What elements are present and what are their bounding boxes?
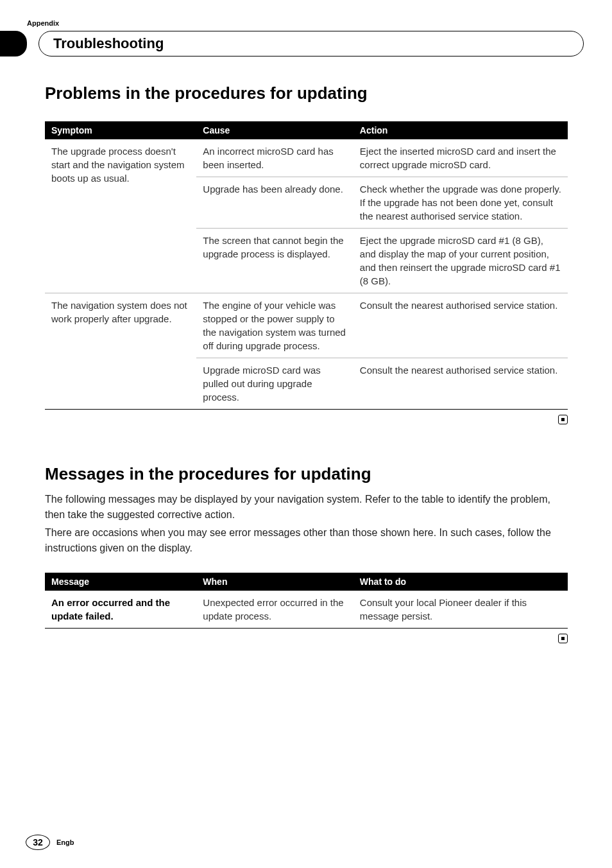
page-number: 32: [26, 835, 50, 850]
th-what: What to do: [353, 573, 568, 591]
end-marker-icon: [558, 634, 568, 643]
end-marker-icon: [558, 415, 568, 424]
section1-heading: Problems in the procedures for updating: [45, 83, 568, 103]
table-row: An error occurred and the update failed.…: [45, 591, 568, 629]
messages-table: Message When What to do An error occurre…: [45, 573, 568, 629]
cell-cause: The engine of your vehicle was stopped o…: [196, 293, 353, 358]
cell-action: Eject the inserted microSD card and inse…: [353, 139, 568, 177]
cell-symptom: The upgrade process doesn't start and th…: [45, 139, 196, 293]
main-content: Problems in the procedures for updating …: [45, 83, 568, 643]
th-message: Message: [45, 573, 196, 591]
appendix-label: Appendix: [27, 19, 59, 27]
title-bar: Troubleshooting: [0, 31, 612, 56]
title-pill: Troubleshooting: [38, 31, 584, 56]
section2-intro2: There are occasions when you may see err…: [45, 525, 568, 556]
cell-action: Consult the nearest authorised service s…: [353, 293, 568, 358]
th-when: When: [196, 573, 353, 591]
section-end-marker: [45, 632, 568, 643]
table-header-row: Symptom Cause Action: [45, 121, 568, 139]
cell-cause: The screen that cannot begin the upgrade…: [196, 229, 353, 293]
page-footer: 32 Engb: [26, 835, 74, 850]
section-end-marker: [45, 413, 568, 424]
section2-heading: Messages in the procedures for updating: [45, 464, 568, 484]
cell-message: An error occurred and the update failed.: [45, 591, 196, 629]
cell-symptom: The navigation system does not work prop…: [45, 293, 196, 410]
cell-cause: An incorrect microSD card has been inser…: [196, 139, 353, 177]
side-tab: [0, 31, 27, 56]
cell-action: Consult the nearest authorised service s…: [353, 358, 568, 410]
cell-what: Consult your local Pioneer dealer if thi…: [353, 591, 568, 629]
table-row: The upgrade process doesn't start and th…: [45, 139, 568, 177]
page-title: Troubleshooting: [53, 35, 164, 52]
problems-table: Symptom Cause Action The upgrade process…: [45, 121, 568, 410]
section2-intro1: The following messages may be displayed …: [45, 492, 568, 523]
cell-action: Check whether the upgrade was done prope…: [353, 177, 568, 229]
table-header-row: Message When What to do: [45, 573, 568, 591]
cell-when: Unexpected error occurred in the update …: [196, 591, 353, 629]
th-cause: Cause: [196, 121, 353, 139]
th-action: Action: [353, 121, 568, 139]
th-symptom: Symptom: [45, 121, 196, 139]
page-lang: Engb: [56, 838, 74, 846]
cell-cause: Upgrade has been already done.: [196, 177, 353, 229]
cell-cause: Upgrade microSD card was pulled out duri…: [196, 358, 353, 410]
cell-action: Eject the upgrade microSD card #1 (8 GB)…: [353, 229, 568, 293]
table-row: The navigation system does not work prop…: [45, 293, 568, 358]
